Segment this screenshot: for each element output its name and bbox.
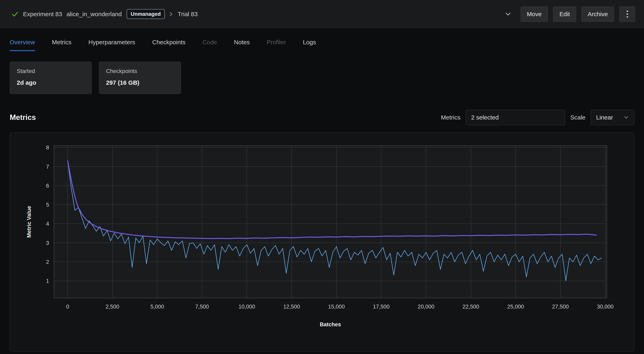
x-tick-label: 25,000 [507, 304, 524, 310]
tab-logs[interactable]: Logs [303, 39, 316, 51]
x-tick-label: 2,500 [106, 304, 119, 310]
x-tick-label: 27,500 [552, 304, 569, 310]
experiment-label[interactable]: Experiment 83 [23, 11, 62, 18]
kebab-menu-button[interactable] [619, 7, 635, 22]
y-tick-label: 5 [46, 202, 49, 208]
summary-cards: Started 2d ago Checkpoints 297 (16 GB) [10, 62, 634, 94]
experiment-name[interactable]: alice_in_wonderland [66, 11, 122, 18]
x-tick-label: 12,500 [283, 304, 300, 310]
card-value: 297 (16 GB) [106, 79, 174, 86]
metrics-controls: Metrics 2 selected Scale Linear [441, 110, 634, 125]
tab-hyperparameters[interactable]: Hyperparameters [88, 39, 135, 51]
metrics-chart: 02,5005,0007,50010,00012,50015,00017,500… [10, 133, 634, 351]
y-tick-label: 7 [46, 164, 49, 170]
edit-button[interactable]: Edit [553, 7, 576, 22]
x-tick-label: 15,000 [328, 304, 345, 310]
tab-overview[interactable]: Overview [10, 39, 35, 51]
trial-label: Trial 83 [178, 11, 198, 18]
y-axis-title: Metric Value [26, 206, 32, 238]
metrics-select[interactable]: 2 selected [466, 110, 565, 125]
metrics-chart-panel: 02,5005,0007,50010,00012,50015,00017,500… [10, 132, 634, 352]
chevron-down-icon[interactable] [504, 12, 512, 17]
y-tick-label: 1 [46, 278, 49, 284]
x-tick-label: 20,000 [418, 304, 434, 310]
x-tick-label: 10,000 [238, 304, 255, 310]
x-tick-label: 0 [66, 304, 69, 310]
scale-select-label: Scale [570, 114, 586, 121]
chevron-down-icon [624, 116, 629, 119]
x-axis-title: Batches [320, 321, 341, 327]
tab-notes[interactable]: Notes [234, 39, 250, 51]
page-content: OverviewMetricsHyperparametersCheckpoint… [0, 28, 644, 125]
started-card: Started 2d ago [10, 62, 92, 94]
metrics-select-label: Metrics [441, 114, 460, 121]
x-tick-label: 17,500 [373, 304, 390, 310]
tab-metrics[interactable]: Metrics [52, 39, 72, 51]
metrics-section-title: Metrics [10, 113, 36, 122]
plot-area [54, 145, 607, 298]
tab-code: Code [202, 39, 217, 51]
y-tick-label: 2 [46, 259, 49, 265]
scale-select[interactable]: Linear [591, 110, 634, 125]
scale-select-value: Linear [596, 114, 613, 121]
card-label: Started [17, 68, 84, 74]
top-bar: Experiment 83 alice_in_wonderland Unmana… [0, 0, 644, 28]
metrics-select-value: 2 selected [471, 114, 499, 121]
x-tick-label: 22,500 [462, 304, 479, 310]
y-tick-label: 3 [46, 240, 49, 246]
status-check-icon [11, 11, 18, 18]
archive-button[interactable]: Archive [582, 7, 614, 22]
y-tick-label: 6 [46, 183, 49, 189]
y-tick-label: 4 [46, 221, 49, 227]
unmanaged-badge: Unmanaged [126, 9, 165, 19]
x-tick-label: 30,000 [597, 304, 614, 310]
tab-bar: OverviewMetricsHyperparametersCheckpoint… [10, 28, 634, 51]
card-value: 2d ago [17, 79, 84, 86]
move-button[interactable]: Move [520, 7, 548, 22]
metrics-section-header: Metrics Metrics 2 selected Scale Linear [10, 110, 634, 125]
card-label: Checkpoints [106, 68, 174, 74]
x-tick-label: 7,500 [195, 304, 209, 310]
tab-profiler: Profiler [267, 39, 286, 51]
checkpoints-card: Checkpoints 297 (16 GB) [99, 62, 181, 94]
x-tick-label: 5,000 [150, 304, 164, 310]
chevron-right-icon [169, 11, 173, 17]
tab-checkpoints[interactable]: Checkpoints [152, 39, 186, 51]
y-tick-label: 8 [46, 144, 49, 151]
